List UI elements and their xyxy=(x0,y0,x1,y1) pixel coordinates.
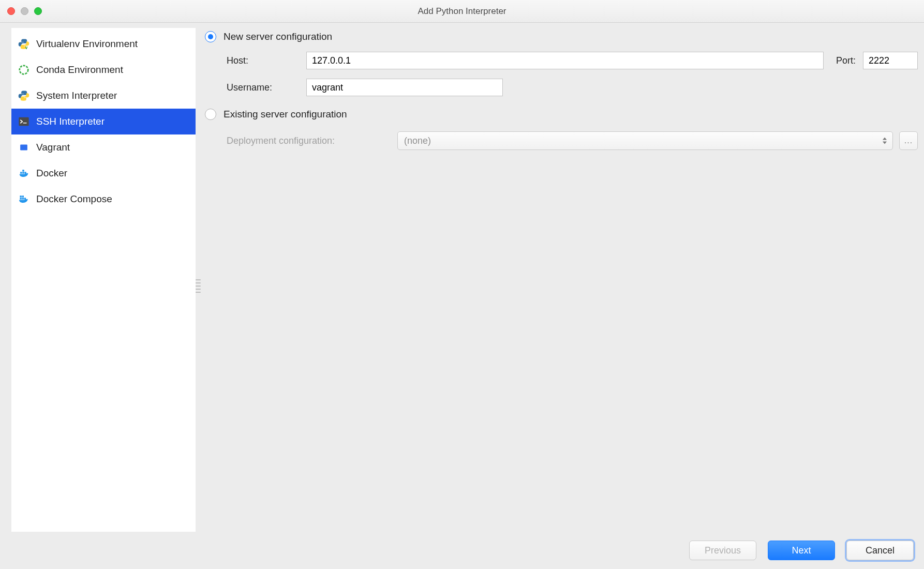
previous-button[interactable]: Previous xyxy=(689,541,756,560)
sidebar-item-virtualenv[interactable]: v Virtualenv Environment xyxy=(11,31,196,57)
svg-rect-9 xyxy=(22,196,24,197)
content-area: v Virtualenv Environment Conda Environme… xyxy=(0,23,924,532)
sidebar-item-label: System Interpreter xyxy=(36,90,117,101)
svg-rect-7 xyxy=(22,170,24,171)
new-server-config-label: New server configuration xyxy=(223,31,332,42)
port-input[interactable] xyxy=(863,52,918,69)
sidebar-item-label: Docker Compose xyxy=(36,193,112,205)
python-icon: v xyxy=(18,38,30,50)
svg-point-1 xyxy=(20,66,28,74)
svg-rect-4 xyxy=(20,172,22,173)
port-label: Port: xyxy=(836,55,856,66)
docker-compose-icon xyxy=(18,193,30,205)
sidebar-item-conda[interactable]: Conda Environment xyxy=(11,57,196,83)
titlebar: Add Python Interpreter xyxy=(0,0,924,23)
svg-rect-10 xyxy=(20,198,21,199)
host-input[interactable] xyxy=(306,52,824,69)
vagrant-icon xyxy=(18,141,30,154)
new-server-config-radio[interactable] xyxy=(205,31,216,42)
sidebar-item-label: SSH Interpreter xyxy=(36,116,105,127)
terminal-icon xyxy=(18,115,30,128)
sidebar-item-label: Vagrant xyxy=(36,142,70,153)
existing-server-config-radio[interactable] xyxy=(205,109,216,120)
configuration-panel: New server configuration Host: Port: Use… xyxy=(205,28,918,532)
svg-rect-5 xyxy=(22,172,24,173)
deployment-browse-button[interactable]: ... xyxy=(899,131,918,150)
splitter-handle[interactable] xyxy=(196,279,201,293)
deployment-config-label: Deployment configuration: xyxy=(227,136,397,146)
sidebar-item-system[interactable]: System Interpreter xyxy=(11,83,196,109)
existing-server-config-radio-row: Existing server configuration xyxy=(205,109,918,120)
svg-text:v: v xyxy=(25,46,28,50)
svg-rect-11 xyxy=(22,198,24,199)
svg-rect-3 xyxy=(20,145,27,151)
username-row: Username: xyxy=(227,79,918,96)
button-label: Previous xyxy=(705,545,741,556)
username-label: Username: xyxy=(227,82,306,93)
docker-icon xyxy=(18,167,30,179)
python-icon xyxy=(18,89,30,102)
next-button[interactable]: Next xyxy=(768,541,835,560)
host-label: Host: xyxy=(227,55,306,66)
sidebar-item-ssh[interactable]: SSH Interpreter xyxy=(11,109,196,134)
button-label: Cancel xyxy=(866,545,895,556)
button-label: Next xyxy=(792,545,811,556)
svg-rect-8 xyxy=(20,196,21,197)
cancel-button[interactable]: Cancel xyxy=(846,541,914,560)
window-title: Add Python Interpreter xyxy=(0,6,924,17)
svg-rect-2 xyxy=(19,117,28,126)
dialog-footer: Previous Next Cancel xyxy=(0,532,924,569)
ellipsis-icon: ... xyxy=(904,136,913,145)
sidebar-item-label: Conda Environment xyxy=(36,64,123,76)
deployment-config-value: (none) xyxy=(404,136,431,146)
sidebar-item-docker-compose[interactable]: Docker Compose xyxy=(11,186,196,212)
new-server-form: Host: Port: Username: xyxy=(227,52,918,96)
sidebar-item-label: Virtualenv Environment xyxy=(36,38,138,50)
deployment-config-select[interactable]: (none) xyxy=(397,131,893,150)
sidebar-item-docker[interactable]: Docker xyxy=(11,160,196,186)
sidebar-item-label: Docker xyxy=(36,168,67,179)
conda-icon xyxy=(18,64,30,76)
interpreter-type-sidebar: v Virtualenv Environment Conda Environme… xyxy=(11,28,196,532)
sidebar-item-vagrant[interactable]: Vagrant xyxy=(11,134,196,160)
select-stepper-icon xyxy=(882,138,887,144)
new-server-config-radio-row: New server configuration xyxy=(205,31,918,42)
deployment-config-row: Deployment configuration: (none) ... xyxy=(227,131,918,150)
username-input[interactable] xyxy=(306,79,503,96)
existing-server-config-label: Existing server configuration xyxy=(223,109,347,120)
host-row: Host: Port: xyxy=(227,52,918,69)
